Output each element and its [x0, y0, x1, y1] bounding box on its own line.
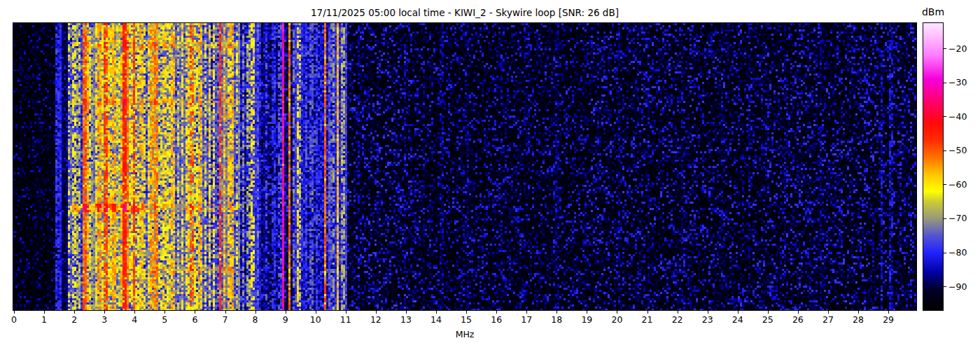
x-tick-mark	[708, 311, 708, 314]
colorbar-tick-label: −90	[948, 281, 967, 292]
x-tick-label: 12	[365, 314, 386, 325]
x-tick-label: 23	[697, 314, 718, 325]
x-tick-label: 18	[546, 314, 567, 325]
colorbar-tick-label: −40	[948, 111, 967, 122]
x-tick-label: 19	[576, 314, 597, 325]
x-tick-label: 2	[64, 314, 85, 325]
colorbar-tick-label: −80	[948, 247, 967, 258]
colorbar-tick-mark	[944, 253, 946, 253]
x-tick-mark	[678, 311, 678, 314]
x-tick-mark	[164, 311, 165, 314]
x-tick-mark	[14, 311, 15, 314]
x-tick-label: 24	[727, 314, 748, 325]
x-tick-mark	[768, 311, 769, 314]
x-tick-label: 4	[124, 314, 145, 325]
waterfall-plot-area	[13, 22, 917, 311]
x-tick-mark	[104, 311, 105, 314]
colorbar-tick-label: −70	[948, 213, 967, 223]
x-tick-label: 17	[516, 314, 537, 325]
colorbar-tick-mark	[944, 150, 946, 151]
x-tick-mark	[556, 311, 557, 314]
x-tick-mark	[74, 311, 75, 314]
x-tick-mark	[376, 311, 377, 314]
x-tick-mark	[888, 311, 889, 314]
x-tick-label: 29	[878, 314, 899, 325]
x-tick-mark	[738, 311, 738, 314]
colorbar-unit-label: dBm	[912, 6, 954, 18]
x-tick-label: 3	[94, 314, 115, 325]
x-tick-label: 10	[305, 314, 326, 325]
x-tick-label: 11	[335, 314, 356, 325]
spectrogram-figure: 17/11/2025 05:00 local time - KIWI_2 - S…	[0, 0, 980, 350]
colorbar-tick-mark	[944, 184, 946, 185]
x-tick-label: 0	[4, 314, 24, 325]
x-tick-mark	[195, 311, 195, 314]
x-tick-label: 16	[486, 314, 507, 325]
x-tick-label: 1	[34, 314, 55, 325]
x-tick-label: 22	[667, 314, 688, 325]
x-tick-mark	[526, 311, 527, 314]
x-tick-mark	[798, 311, 799, 314]
x-tick-label: 21	[637, 314, 658, 325]
colorbar	[923, 22, 944, 311]
colorbar-tick-label: −20	[948, 43, 967, 54]
x-tick-mark	[286, 311, 286, 314]
x-tick-label: 27	[818, 314, 839, 325]
plot-title: 17/11/2025 05:00 local time - KIWI_2 - S…	[13, 7, 917, 18]
x-tick-label: 25	[757, 314, 778, 325]
x-tick-label: 9	[275, 314, 296, 325]
x-tick-mark	[828, 311, 829, 314]
colorbar-tick-label: −30	[948, 77, 967, 88]
x-tick-label: 6	[184, 314, 205, 325]
waterfall-canvas	[13, 23, 916, 310]
x-tick-label: 5	[154, 314, 175, 325]
colorbar-tick-label: −50	[948, 145, 967, 155]
x-axis-label: MHz	[13, 329, 917, 340]
x-tick-mark	[44, 311, 45, 314]
x-tick-mark	[346, 311, 346, 314]
x-tick-mark	[436, 311, 437, 314]
x-tick-label: 26	[788, 314, 808, 325]
x-tick-mark	[466, 311, 467, 314]
colorbar-tick-mark	[944, 218, 946, 219]
colorbar-tick-mark	[944, 48, 946, 49]
x-tick-label: 7	[215, 314, 236, 325]
x-tick-mark	[858, 311, 859, 314]
x-tick-label: 14	[426, 314, 447, 325]
x-tick-mark	[648, 311, 648, 314]
colorbar-tick-mark	[944, 286, 946, 287]
x-tick-mark	[225, 311, 226, 314]
x-tick-mark	[496, 311, 497, 314]
x-tick-mark	[406, 311, 407, 314]
x-tick-label: 15	[456, 314, 477, 325]
x-tick-mark	[617, 311, 617, 314]
x-tick-mark	[587, 311, 587, 314]
x-tick-label: 28	[848, 314, 869, 325]
x-tick-label: 8	[245, 314, 266, 325]
colorbar-tick-label: −60	[948, 179, 967, 190]
colorbar-tick-mark	[944, 116, 946, 117]
colorbar-tick-mark	[944, 83, 946, 83]
x-tick-mark	[134, 311, 135, 314]
x-tick-mark	[255, 311, 256, 314]
x-tick-mark	[316, 311, 316, 314]
x-tick-label: 20	[606, 314, 627, 325]
x-tick-label: 13	[396, 314, 416, 325]
